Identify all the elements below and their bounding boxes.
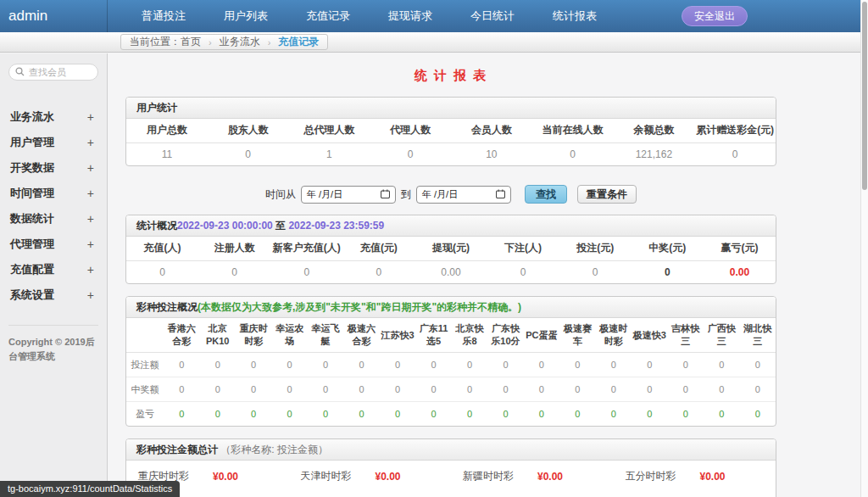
column-header: 会员人数 [451, 119, 532, 142]
cell: 0 [704, 402, 739, 427]
sidebar-item-draw-data[interactable]: 开奖数据 + [0, 155, 107, 181]
column-header: 广西快三 [704, 318, 739, 353]
sidebar-item-system-settings[interactable]: 系统设置 + [0, 282, 107, 308]
search-button[interactable]: 查找 [525, 185, 567, 204]
lottery-overview-title: 彩种投注概况 [136, 301, 198, 313]
cell: 0 [164, 402, 199, 427]
reset-conditions-button[interactable]: 重置条件 [577, 185, 637, 204]
cell: 0 [596, 353, 632, 377]
lottery-overview-panel: 彩种投注概况(本数据仅为大致参考,涉及到"未开奖"和"跨日期开奖"的彩种并不精确… [125, 296, 776, 427]
cell: 0 [308, 402, 343, 427]
row-header-spacer [126, 318, 164, 353]
column-header: 总代理人数 [289, 119, 370, 142]
cell: 0 [704, 377, 739, 402]
column-header: 充值(人) [126, 237, 198, 260]
column-header: 重庆时时彩 [236, 318, 271, 353]
plus-expand-icon[interactable]: + [87, 237, 94, 251]
cell: 0 [596, 377, 632, 402]
status-link-preview: tg-bocaiym.xyz:911/countData/Statistics [0, 481, 180, 497]
plus-expand-icon[interactable]: + [87, 187, 94, 200]
sidebar-item-agent-management[interactable]: 代理管理 + [0, 232, 107, 257]
search-input[interactable] [29, 67, 90, 77]
total-item: 新疆时时彩 ¥0.00 [451, 469, 614, 483]
cell: 0 [415, 402, 451, 427]
cell: 0 [452, 402, 487, 427]
column-header: 幸运农场 [271, 318, 307, 353]
plus-expand-icon[interactable]: + [87, 136, 94, 149]
cell-profit-loss: 0.00 [704, 260, 776, 283]
cell: 0 [236, 402, 271, 427]
cell: 0 [380, 402, 415, 427]
vertical-scrollbar[interactable] [860, 0, 868, 497]
column-header: 用户总数 [126, 119, 208, 142]
scrollbar-thumb[interactable] [862, 2, 867, 190]
calendar-icon[interactable] [496, 189, 505, 200]
lottery-name: 新疆时时彩 [463, 469, 537, 483]
sidebar-item-business-flow[interactable]: 业务流水 + [0, 104, 107, 130]
sidebar-item-label: 代理管理 [10, 237, 54, 252]
cell: 0 [632, 353, 667, 377]
cell: 0 [308, 353, 343, 377]
column-header: 当前在线人数 [532, 119, 614, 142]
nav-today-stats[interactable]: 今日统计 [470, 8, 515, 24]
breadcrumb-band: 当前位置：首页 › 业务流水 › 充值记录 [0, 32, 860, 53]
admin-screen: admin 普通投注 用户列表 充值记录 提现请求 今日统计 统计报表 安全退出… [0, 0, 868, 497]
nav-withdraw-requests[interactable]: 提现请求 [388, 8, 432, 24]
plus-expand-icon[interactable]: + [87, 212, 94, 226]
column-header: 新客户充值(人) [270, 237, 342, 260]
sidebar-item-time-management[interactable]: 时间管理 + [0, 181, 107, 206]
date-to-input[interactable]: 年 /月/日 [416, 186, 511, 204]
nav-normal-bets[interactable]: 普通投注 [142, 8, 186, 24]
cell-bet-amount: 0 [559, 260, 632, 283]
cell-shareholders: 0 [208, 142, 289, 165]
cell: 0 [487, 353, 523, 377]
column-header: 北京PK10 [199, 318, 235, 353]
cell: 0 [452, 353, 487, 377]
cell: 0 [559, 377, 595, 402]
bet-totals-header: 彩种投注金额总计 （彩种名称: 投注金额） [126, 439, 776, 461]
lottery-name: 天津时时彩 [301, 469, 376, 483]
sidebar-item-label: 开奖数据 [10, 160, 54, 176]
cell: 0 [632, 402, 667, 427]
sidebar-item-recharge-config[interactable]: 充值配置 + [0, 257, 107, 282]
cell: 0 [668, 402, 704, 427]
stats-overview-panel: 统计概况2022-09-23 00:00:00 至 2022-09-23 23:… [125, 215, 776, 284]
date-from-input[interactable]: 年 /月/日 [301, 186, 396, 204]
cell: 0 [559, 402, 595, 427]
column-header: 代理人数 [370, 119, 451, 142]
chevron-right-icon: › [209, 37, 212, 47]
column-header: 累计赠送彩金(元) [694, 119, 776, 142]
column-header: 广东11选5 [415, 318, 451, 353]
plus-expand-icon[interactable]: + [87, 110, 94, 124]
cell-total-balance: 121,162 [614, 142, 695, 165]
plus-expand-icon[interactable]: + [87, 263, 94, 276]
nav-recharge-records[interactable]: 充值记录 [306, 8, 350, 24]
breadcrumb-business-flow[interactable]: 业务流水 [220, 35, 260, 49]
filter-to-label: 到 [401, 187, 411, 202]
user-stats-table: 用户总数 股东人数 总代理人数 代理人数 会员人数 当前在线人数 余额总数 累计… [126, 119, 776, 165]
cell: 0 [199, 353, 235, 377]
cell: 0 [740, 402, 776, 427]
breadcrumb-location: 当前位置：首页 [130, 35, 201, 49]
plus-expand-icon[interactable]: + [87, 161, 94, 175]
sidebar-item-user-management[interactable]: 用户管理 + [0, 130, 107, 155]
cell: 0 [487, 377, 523, 402]
nav-stats-report[interactable]: 统计报表 [553, 8, 597, 24]
time-filter: 时间从 年 /月/日 到 年 /月/日 查找 重置条件 [125, 185, 776, 204]
sidebar-item-label: 系统设置 [10, 288, 54, 303]
column-header: 充值(元) [342, 237, 415, 260]
logout-button[interactable]: 安全退出 [682, 6, 748, 26]
search-icon [15, 64, 25, 80]
sidebar-item-data-statistics[interactable]: 数据统计 + [0, 206, 107, 232]
member-search-box[interactable] [8, 64, 98, 81]
cell: 0 [380, 377, 415, 402]
nav-user-list[interactable]: 用户列表 [224, 8, 268, 24]
bet-totals-row: 重庆时时彩 ¥0.00 天津时时彩 ¥0.00 新疆时时彩 ¥0.00 五分时时… [126, 461, 776, 497]
sidebar-item-label: 数据统计 [10, 211, 54, 226]
breadcrumb-current[interactable]: 充值记录 [278, 35, 319, 49]
calendar-icon[interactable] [381, 189, 390, 200]
plus-expand-icon[interactable]: + [87, 288, 94, 302]
column-header: 赢亏(元) [704, 237, 776, 260]
cell: 0 [524, 402, 559, 427]
bet-amount-row: 投注额 0 0 0 0 0 0 0 0 0 0 0 0 [126, 353, 776, 377]
